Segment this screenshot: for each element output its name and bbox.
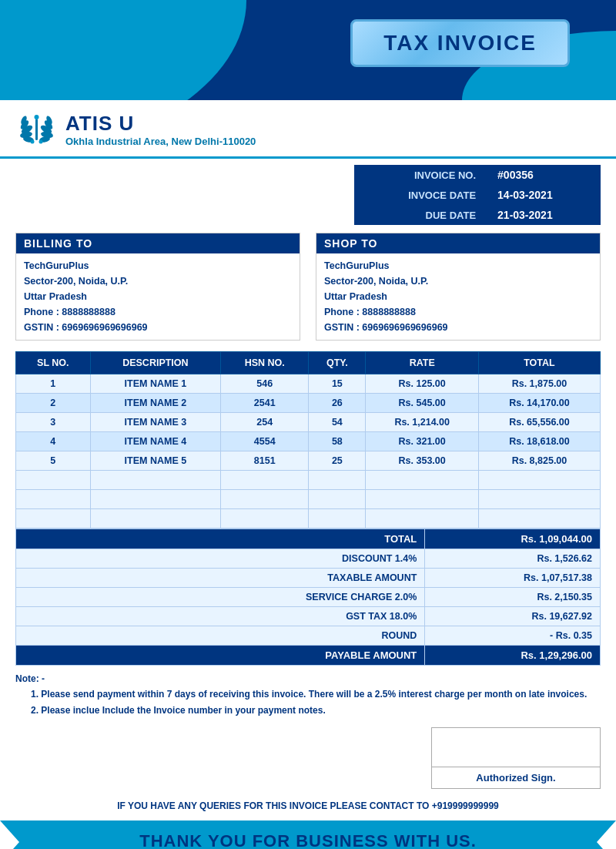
items-table: SL NO. DESCRIPTION HSN NO. QTY. RATE TOT… [15, 351, 601, 529]
gst-label: GST TAX 18.0% [16, 607, 425, 626]
billing-phone: Phone : 8888888888 [24, 304, 292, 320]
footer-arrow-left [0, 820, 19, 849]
cell-qty: 58 [309, 432, 366, 451]
tax-invoice-title: TAX INVOICE [383, 31, 537, 55]
invoice-due-row: DUE DATE 21-03-2021 [354, 205, 601, 225]
billing-gstin: GSTIN : 6969696969696969 [24, 320, 292, 335]
billing-name: TechGuruPlus [24, 258, 292, 273]
table-row: 2 ITEM NAME 2 2541 26 Rs. 545.00 Rs. 14,… [16, 394, 601, 413]
total-header-row: TOTAL Rs. 1,09,044.00 [16, 529, 601, 549]
invoice-number-row: INVOICE NO. #00356 [354, 165, 601, 185]
shop-body: TechGuruPlus Sector-200, Noida, U.P. Utt… [316, 253, 600, 340]
notes-section: Note: - 1. Please send payment within 7 … [0, 666, 616, 723]
company-address: Okhla Industrial Area, New Delhi-110020 [65, 136, 256, 147]
billing-body: TechGuruPlus Sector-200, Noida, U.P. Utt… [16, 253, 300, 340]
col-sl: SL NO. [16, 352, 91, 374]
payable-value: Rs. 1,29,296.00 [425, 646, 601, 666]
cell-total: Rs. 1,875.00 [478, 374, 600, 394]
cell-desc: ITEM NAME 5 [90, 451, 220, 471]
shop-gstin-value: 6969696969696969 [362, 322, 447, 333]
billing-phone-value: 8888888888 [62, 307, 116, 317]
notes-lines: 1. Please send payment within 7 days of … [15, 687, 601, 717]
cell-qty: 25 [309, 451, 366, 471]
note-line: 2. Please inclue Include the Invoice num… [15, 703, 601, 717]
auth-box: Authorized Sign. [431, 727, 601, 789]
cell-total: Rs. 65,556.00 [478, 413, 600, 432]
discount-value: Rs. 1,526.62 [425, 549, 601, 569]
round-label: ROUND [16, 626, 425, 646]
cell-hsn: 254 [221, 413, 309, 432]
tax-invoice-box: TAX INVOICE [350, 19, 570, 67]
invoice-number-label: INVOICE NO. [354, 165, 487, 185]
shop-address1: Sector-200, Noida, U.P. [324, 273, 592, 289]
cell-desc: ITEM NAME 4 [90, 432, 220, 451]
svg-point-13 [39, 140, 43, 144]
header-section: TAX INVOICE [0, 0, 616, 100]
auth-section: Authorized Sign. [0, 723, 616, 793]
table-row-empty [16, 471, 601, 490]
billing-gstin-value: 6969696969696969 [62, 322, 147, 333]
cell-rate: Rs. 1,214.00 [366, 413, 479, 432]
taxable-label: TAXABLE AMOUNT [16, 569, 425, 588]
cell-sl: 2 [16, 394, 91, 413]
table-row: 4 ITEM NAME 4 4554 58 Rs. 321.00 Rs. 18,… [16, 432, 601, 451]
note-title: Note: - [15, 673, 601, 684]
invoice-meta-table: INVOICE NO. #00356 INVOCE DATE 14-03-202… [354, 165, 601, 225]
table-row: 1 ITEM NAME 1 546 15 Rs. 125.00 Rs. 1,87… [16, 374, 601, 394]
cell-sl: 3 [16, 413, 91, 432]
footer-contact: IF YOU HAVE ANY QUERIES FOR THIS INVOICE… [0, 797, 616, 814]
svg-point-11 [35, 115, 39, 119]
shop-phone-value: 8888888888 [362, 307, 416, 317]
shop-gstin: GSTIN : 6969696969696969 [324, 320, 592, 335]
cell-qty: 26 [309, 394, 366, 413]
round-value: - Rs. 0.35 [425, 626, 601, 646]
note-line: 1. Please send payment within 7 days of … [15, 687, 601, 701]
company-name: ATIS U [65, 112, 256, 136]
billing-gstin-label: GSTIN : [24, 322, 59, 333]
shop-phone-label: Phone : [324, 307, 360, 317]
service-row: SERVICE CHARGE 2.0% Rs. 2,150.35 [16, 588, 601, 607]
invoice-date-value: 14-03-2021 [487, 185, 601, 205]
cell-total: Rs. 8,825.00 [478, 451, 600, 471]
cell-desc: ITEM NAME 1 [90, 374, 220, 394]
footer-thankyou-text: THANK YOU FOR BUSINESS WITH US. [139, 831, 477, 849]
header-wave-left [0, 0, 262, 100]
shop-state: Uttar Pradesh [324, 289, 592, 304]
service-label: SERVICE CHARGE 2.0% [16, 588, 425, 607]
invoice-date-row: INVOCE DATE 14-03-2021 [354, 185, 601, 205]
billing-state: Uttar Pradesh [24, 289, 292, 304]
cell-desc: ITEM NAME 3 [90, 413, 220, 432]
col-desc: DESCRIPTION [90, 352, 220, 374]
auth-box-top [432, 728, 600, 767]
billing-address1: Sector-200, Noida, U.P. [24, 273, 292, 289]
cell-hsn: 2541 [221, 394, 309, 413]
cell-sl: 1 [16, 374, 91, 394]
billing-phone-label: Phone : [24, 307, 59, 317]
table-row-empty [16, 509, 601, 529]
col-rate: RATE [366, 352, 479, 374]
svg-rect-10 [35, 119, 38, 140]
total-value: Rs. 1,09,044.00 [425, 529, 601, 549]
billing-shop-row: BILLING TO TechGuruPlus Sector-200, Noid… [0, 225, 616, 348]
cell-hsn: 8151 [221, 451, 309, 471]
cell-rate: Rs. 321.00 [366, 432, 479, 451]
cell-rate: Rs. 353.00 [366, 451, 479, 471]
totals-table: TOTAL Rs. 1,09,044.00 DISCOUNT 1.4% Rs. … [15, 529, 601, 666]
billing-header: BILLING TO [16, 233, 300, 253]
company-logo [15, 108, 58, 150]
service-value: Rs. 2,150.35 [425, 588, 601, 607]
shop-block: SHOP TO TechGuruPlus Sector-200, Noida, … [316, 233, 601, 341]
invoice-date-label: INVOCE DATE [354, 185, 487, 205]
taxable-value: Rs. 1,07,517.38 [425, 569, 601, 588]
table-row-empty [16, 490, 601, 509]
invoice-meta-wrapper: INVOICE NO. #00356 INVOCE DATE 14-03-202… [0, 165, 616, 225]
payable-label: PAYABLE AMOUNT [16, 646, 425, 666]
col-qty: QTY. [309, 352, 366, 374]
cell-total: Rs. 18,618.00 [478, 432, 600, 451]
footer-thankyou-wrapper: THANK YOU FOR BUSINESS WITH US. [0, 820, 616, 849]
cell-sl: 5 [16, 451, 91, 471]
cell-desc: ITEM NAME 2 [90, 394, 220, 413]
billing-block: BILLING TO TechGuruPlus Sector-200, Noid… [15, 233, 300, 341]
shop-phone: Phone : 8888888888 [324, 304, 592, 320]
cell-rate: Rs. 125.00 [366, 374, 479, 394]
